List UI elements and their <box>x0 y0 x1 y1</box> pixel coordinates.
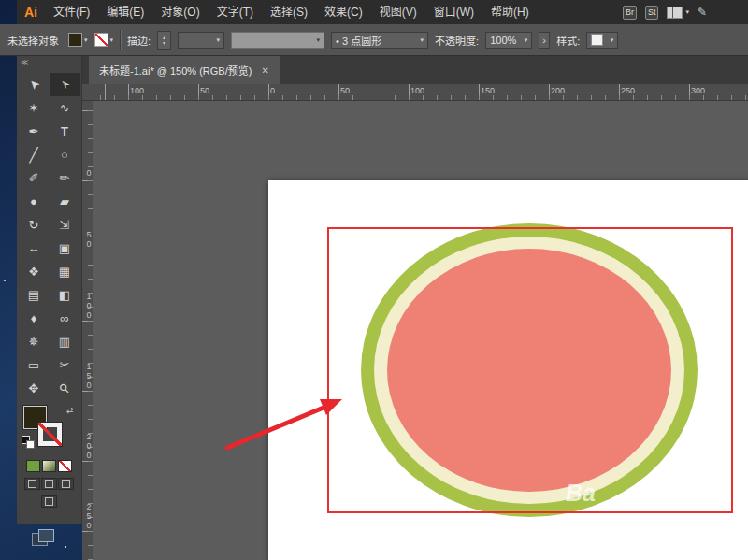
menu-select[interactable]: 选择(S) <box>262 0 316 24</box>
menu-type[interactable]: 文字(T) <box>209 0 262 24</box>
lasso-tool[interactable]: ∿ <box>50 96 80 120</box>
paintbrush-tool[interactable]: ✐ <box>19 166 50 190</box>
type-tool[interactable]: T <box>50 120 80 143</box>
free-transform-tool-icon: ▣ <box>59 241 70 255</box>
v-ruler-label: 50 <box>84 230 93 249</box>
free-transform-tool[interactable]: ▣ <box>50 237 80 260</box>
swap-fill-stroke-icon[interactable]: ⇄ <box>66 406 74 415</box>
bridge-icon[interactable]: Br <box>623 6 637 20</box>
menu-items: 文件(F)编辑(E)对象(O)文字(T)选择(S)效果(C)视图(V)窗口(W)… <box>45 0 538 24</box>
close-icon[interactable]: ✕ <box>261 65 268 76</box>
direct-selection-tool[interactable]: ➢ <box>50 73 80 96</box>
style-dropdown[interactable]: ▾ <box>586 32 618 49</box>
zoom-tool[interactable]: ⚲ <box>50 377 80 400</box>
draw-behind-button[interactable] <box>41 478 57 490</box>
drawing-modes-row <box>17 478 81 490</box>
arrange-documents-button[interactable]: ▾ <box>667 7 689 19</box>
menu-window[interactable]: 窗口(W) <box>425 0 482 24</box>
blob-brush-tool[interactable]: ● <box>19 190 50 213</box>
v-ruler-label: 100 <box>84 292 93 320</box>
ellipse-tool[interactable]: ○ <box>50 143 80 166</box>
screen-mode-button[interactable] <box>41 495 57 508</box>
paintbrush-tool-icon: ✐ <box>29 171 39 185</box>
stroke-color-dropdown[interactable]: ▾ <box>94 33 114 47</box>
brush-bullet-icon: • <box>336 36 339 47</box>
rotate-tool[interactable]: ↻ <box>19 213 50 237</box>
v-ruler-label: 200 <box>84 432 93 460</box>
perspective-grid-tool-icon: ▦ <box>59 265 70 279</box>
window-stack-icon[interactable] <box>32 529 54 546</box>
blend-tool-icon: ∞ <box>60 311 68 325</box>
none-button[interactable] <box>58 460 72 472</box>
gradient-tool[interactable]: ◧ <box>50 283 80 307</box>
canvas[interactable]: Ba <box>94 101 748 560</box>
menu-view[interactable]: 视图(V) <box>371 0 425 24</box>
h-ruler-label: 300 <box>691 86 705 95</box>
pencil-tool[interactable]: ✏ <box>50 166 80 190</box>
slice-tool[interactable]: ✂ <box>50 353 80 377</box>
column-graph-tool[interactable]: ▥ <box>50 330 80 353</box>
menu-bar: Ai 文件(F)编辑(E)对象(O)文字(T)选择(S)效果(C)视图(V)窗口… <box>17 0 748 25</box>
hand-tool[interactable]: ✥ <box>19 377 50 400</box>
type-tool-icon: T <box>61 124 68 138</box>
tool-grid: ➤➢✶∿✒T╱○✐✏●▰↻⇲↔▣❖▦▤◧♦∞✵▥▭✂✥⚲ <box>17 73 81 400</box>
separator <box>120 30 121 50</box>
opacity-dropdown[interactable]: 100% ▾ <box>485 32 532 49</box>
style-swatch <box>591 34 603 46</box>
workspace-pen-icon[interactable]: ✎ <box>698 6 707 19</box>
eraser-tool-icon: ▰ <box>60 194 69 208</box>
blend-tool[interactable]: ∞ <box>50 307 80 330</box>
width-tool-icon: ↔ <box>28 241 40 255</box>
eraser-tool[interactable]: ▰ <box>50 190 80 213</box>
draw-normal-button[interactable] <box>24 478 40 490</box>
brush-definition-value: • 3 点圆形 <box>336 33 381 48</box>
mesh-tool[interactable]: ▤ <box>19 283 50 307</box>
selection-tool[interactable]: ➤ <box>19 73 50 96</box>
stock-icon[interactable]: St <box>645 6 659 20</box>
width-tool[interactable]: ↔ <box>19 237 50 260</box>
pen-tool[interactable]: ✒ <box>19 120 50 143</box>
chevron-down-icon: ▾ <box>217 36 221 44</box>
chevron-down-icon: ▾ <box>685 8 689 16</box>
shape-builder-tool[interactable]: ❖ <box>19 260 50 283</box>
line-tool[interactable]: ╱ <box>19 143 50 166</box>
h-ruler-label: 200 <box>551 86 565 95</box>
v-ruler[interactable]: 050100150200250 <box>82 101 94 560</box>
menu-file[interactable]: 文件(F) <box>45 0 98 24</box>
draw-inside-button[interactable] <box>58 478 74 490</box>
document-tab[interactable]: 未标题-1.ai* @ 150% (RGB/预览) ✕ <box>89 56 280 84</box>
artboard-tool[interactable]: ▭ <box>19 353 50 377</box>
magic-wand-tool[interactable]: ✶ <box>19 96 50 120</box>
stroke-weight-stepper[interactable]: ▴ ▾ <box>157 31 171 50</box>
gradient-button[interactable] <box>42 460 56 472</box>
chevron-down-icon: ▾ <box>317 36 321 44</box>
stroke-swatch[interactable] <box>38 423 62 446</box>
width-profile-dropdown[interactable]: ▾ <box>231 32 324 49</box>
watermark: Ba <box>566 480 596 507</box>
menu-help[interactable]: 帮助(H) <box>482 0 538 24</box>
fill-color-dropdown[interactable]: ▾ <box>68 33 88 47</box>
symbol-sprayer-tool[interactable]: ✵ <box>19 330 50 353</box>
h-ruler[interactable]: 10050050100150200250300 <box>94 84 748 101</box>
symbol-sprayer-tool-icon: ✵ <box>29 335 39 349</box>
tools-panel: ≪ ➤➢✶∿✒T╱○✐✏●▰↻⇲↔▣❖▦▤◧♦∞✵▥▭✂✥⚲ ⇄ <box>17 56 82 524</box>
stroke-weight-dropdown[interactable]: ▾ <box>178 32 224 49</box>
line-tool-icon: ╱ <box>29 147 37 164</box>
h-ruler-label: 100 <box>130 86 144 95</box>
scale-tool[interactable]: ⇲ <box>50 213 80 237</box>
brush-definition-dropdown[interactable]: • 3 点圆形 ▾ <box>331 32 428 49</box>
perspective-grid-tool[interactable]: ▦ <box>50 260 80 283</box>
panel-collapse-button[interactable]: ≪ <box>17 56 81 71</box>
menu-object[interactable]: 对象(O) <box>152 0 208 24</box>
color-button[interactable] <box>26 460 40 472</box>
h-ruler-label: 100 <box>410 86 424 95</box>
opacity-value: 100% <box>490 35 516 46</box>
opacity-panel-button[interactable]: › <box>539 32 550 49</box>
default-fill-stroke-icon[interactable] <box>22 436 35 449</box>
menu-effect[interactable]: 效果(C) <box>316 0 371 24</box>
eyedropper-tool[interactable]: ♦ <box>19 307 50 330</box>
ruler-origin-corner[interactable] <box>82 84 94 101</box>
fill-color-swatch <box>68 33 82 47</box>
stepper-down-icon[interactable]: ▾ <box>163 40 165 46</box>
menu-edit[interactable]: 编辑(E) <box>98 0 152 24</box>
